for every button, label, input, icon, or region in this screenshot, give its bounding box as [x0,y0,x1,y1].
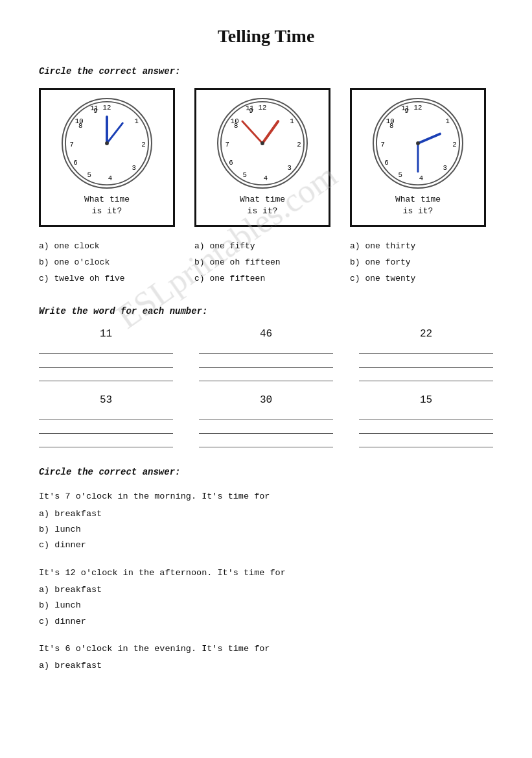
write-lines-1 [39,345,173,381]
write-line[interactable] [199,438,333,447]
write-line[interactable] [39,372,173,381]
svg-text:6: 6 [73,159,77,167]
section2-title: Write the word for each number: [39,306,493,316]
write-lines-5 [199,411,333,447]
question-block-2: It's 12 o'clock in the afternoon. It's t… [39,565,493,630]
write-lines-6 [359,411,493,447]
svg-text:7: 7 [69,141,73,148]
write-line[interactable] [199,345,333,354]
svg-text:1: 1 [445,117,449,125]
page-title: Telling Time [39,26,493,47]
svg-text:6: 6 [384,159,388,167]
write-line[interactable] [39,411,173,420]
option-3a: a) breakfast [39,658,493,674]
svg-text:3: 3 [132,164,136,172]
number-item-3: 22 [359,328,493,381]
svg-text:5: 5 [87,171,91,179]
clocks-row: 12 1 2 3 4 5 6 7 8 9 10 11 [39,88,493,227]
number-item-1: 11 [39,328,173,381]
write-line[interactable] [359,411,493,420]
svg-text:5: 5 [399,171,402,179]
write-line[interactable] [39,438,173,447]
answer-item: c) one fifteen [194,271,330,287]
svg-text:12: 12 [259,104,267,112]
question-block-1: It's 7 o'clock in the morning. It's time… [39,489,493,553]
answer-item: b) one forty [350,255,486,271]
svg-text:4: 4 [419,174,423,182]
answer-item: c) one twenty [350,271,486,287]
write-line[interactable] [359,345,493,354]
question-prompt-2: It's 12 o'clock in the afternoon. It's t… [39,565,493,581]
section-clocks: Circle the correct answer: 12 1 2 3 4 5 … [39,66,493,287]
clock-face-1: 12 1 2 3 4 5 6 7 8 9 10 11 [62,98,152,189]
svg-text:2: 2 [452,141,456,148]
section1-title: Circle the correct answer: [39,66,493,77]
answers-col-3: a) one thirty b) one forty c) one twenty [350,239,486,287]
svg-text:11: 11 [90,104,98,112]
svg-text:7: 7 [380,141,384,148]
clock-label-3: What timeis it? [395,194,441,217]
svg-text:1: 1 [290,117,294,125]
svg-text:2: 2 [297,141,301,148]
svg-text:10: 10 [386,117,395,125]
write-line[interactable] [39,345,173,354]
svg-text:4: 4 [264,174,268,182]
number-value-1: 11 [39,328,173,340]
answer-item: a) one clock [39,239,175,255]
answer-item: a) one fifty [194,239,330,255]
write-line[interactable] [359,438,493,447]
clock-face-2: 12 1 2 3 4 5 6 7 8 9 10 11 [217,98,308,189]
question-prompt-1: It's 7 o'clock in the morning. It's time… [39,489,493,504]
option-2c: c) dinner [39,614,493,630]
option-1a: a) breakfast [39,506,493,522]
svg-point-47 [416,141,420,145]
write-lines-2 [199,345,333,381]
clock-box-2: 12 1 2 3 4 5 6 7 8 9 10 11 [194,88,330,227]
option-2b: b) lunch [39,598,493,613]
clock-face-3: 12 1 2 3 4 5 6 7 8 9 10 11 [373,98,463,189]
svg-text:12: 12 [414,104,422,112]
section3-title: Circle the correct answer: [39,467,493,477]
svg-text:10: 10 [231,117,239,125]
number-value-4: 53 [39,394,173,406]
svg-text:7: 7 [225,141,229,148]
answers-col-2: a) one fifty b) one oh fifteen c) one fi… [194,239,330,287]
write-lines-4 [39,411,173,447]
clock-box-3: 12 1 2 3 4 5 6 7 8 9 10 11 [350,88,486,227]
number-value-5: 30 [199,394,333,406]
answer-item: c) twelve oh five [39,271,175,287]
write-line[interactable] [39,425,173,434]
write-line[interactable] [199,359,333,368]
svg-text:4: 4 [108,174,112,182]
section-write: Write the word for each number: 11 46 22 [39,306,493,447]
question-prompt-3: It's 6 o'clock in the evening. It's time… [39,641,493,657]
option-1c: c) dinner [39,538,493,553]
write-line[interactable] [199,411,333,420]
write-line[interactable] [39,359,173,368]
number-value-2: 46 [199,328,333,340]
write-line[interactable] [199,372,333,381]
svg-text:10: 10 [75,117,84,125]
number-value-6: 15 [359,394,493,406]
answer-item: b) one o'clock [39,255,175,271]
option-2a: a) breakfast [39,582,493,598]
write-line[interactable] [359,425,493,434]
number-item-6: 15 [359,394,493,447]
clock-label-2: What timeis it? [240,194,285,217]
svg-text:5: 5 [243,171,247,179]
write-line[interactable] [359,372,493,381]
write-line[interactable] [199,425,333,434]
question-block-3: It's 6 o'clock in the evening. It's time… [39,641,493,674]
svg-text:3: 3 [443,164,447,172]
svg-text:12: 12 [103,104,111,112]
svg-text:1: 1 [134,117,138,125]
answers-row: a) one clock b) one o'clock c) twelve oh… [39,239,493,287]
svg-text:11: 11 [246,104,254,112]
answer-item: a) one thirty [350,239,486,255]
write-line[interactable] [359,359,493,368]
numbers-grid: 11 46 22 53 [39,328,493,447]
clock-label-1: What timeis it? [84,194,130,217]
svg-point-15 [105,141,109,145]
write-lines-3 [359,345,493,381]
answers-col-1: a) one clock b) one o'clock c) twelve oh… [39,239,175,287]
